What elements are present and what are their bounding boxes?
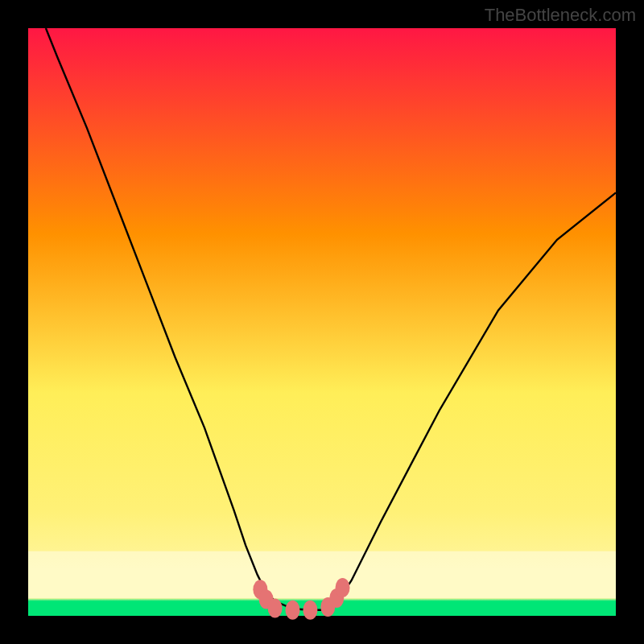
valley-dot — [286, 601, 300, 620]
valley-dot — [268, 599, 283, 618]
valley-dot — [336, 578, 350, 597]
bottleneck-chart — [0, 0, 644, 644]
valley-dot — [303, 601, 317, 620]
plot-background — [28, 28, 616, 616]
watermark-text: TheBottleneck.com — [485, 5, 636, 26]
pale-band — [28, 551, 616, 598]
chart-frame: TheBottleneck.com — [0, 0, 644, 644]
